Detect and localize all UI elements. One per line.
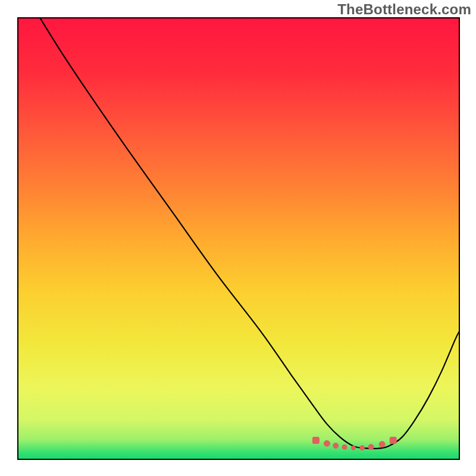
gradient-background bbox=[18, 18, 459, 459]
marker-point bbox=[368, 444, 374, 450]
marker-point bbox=[324, 440, 330, 446]
marker-point bbox=[379, 441, 385, 447]
marker-point bbox=[312, 437, 319, 444]
marker-point bbox=[333, 443, 339, 448]
chart-svg bbox=[0, 0, 476, 476]
marker-point bbox=[342, 444, 347, 449]
bottleneck-chart: TheBottleneck.com bbox=[0, 0, 476, 476]
marker-point bbox=[360, 446, 365, 450]
marker-point bbox=[351, 446, 355, 450]
marker-point bbox=[390, 437, 396, 444]
